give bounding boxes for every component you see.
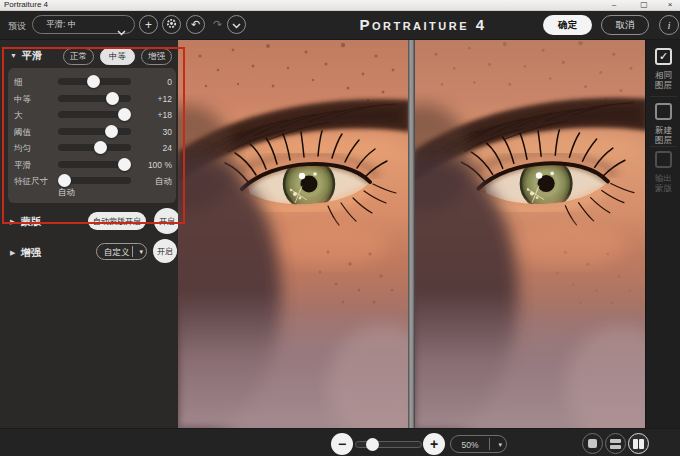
single-view-icon (588, 439, 597, 448)
chevron-down-icon (232, 18, 241, 32)
output-mask-checkbox[interactable] (655, 151, 672, 168)
gear-icon (166, 18, 177, 32)
new-layer-label: 新建 图层 (646, 125, 680, 145)
settings-button[interactable] (162, 15, 181, 34)
slider-thumb[interactable] (106, 92, 119, 105)
slider-row-threshold: 阈值 30 (8, 124, 176, 140)
slider-thumb[interactable] (58, 174, 71, 187)
undo-button[interactable]: ↶ (186, 15, 205, 34)
zoom-in-button[interactable]: + (423, 433, 445, 455)
zoom-slider[interactable] (355, 441, 422, 448)
feature-size-auto-label[interactable]: 自动 (58, 187, 75, 199)
app-logo: Portraiture 4 (359, 16, 486, 33)
dropdown-arrow-icon: ▾ (498, 441, 502, 449)
mode-normal-button[interactable]: 正常 (63, 48, 94, 65)
slider-track[interactable] (58, 161, 131, 168)
vertical-split-icon (633, 439, 644, 449)
slider-value: 0 (134, 74, 172, 90)
smoothing-title: 平滑 (22, 49, 42, 63)
plus-icon: + (145, 18, 152, 32)
eye-photo (415, 40, 645, 428)
add-preset-button[interactable]: + (139, 15, 158, 34)
collapse-caret-icon[interactable]: ▶ (10, 249, 15, 257)
eye-photo (178, 40, 408, 428)
same-layer-checkbox[interactable]: ✓ (655, 48, 672, 65)
slider-label: 中等 (14, 91, 31, 107)
slider-thumb[interactable] (94, 141, 107, 154)
smoothing-sliders-group: 细 0 中等 +12 大 +18 阈值 30 均匀 2 (8, 68, 176, 203)
preset-dropdown[interactable]: 平滑: 中 (32, 15, 135, 34)
pane-before[interactable] (178, 40, 408, 428)
mode-high-button[interactable]: 增强 (141, 48, 172, 65)
undo-icon: ↶ (191, 18, 200, 31)
slider-track[interactable] (58, 177, 131, 184)
dropdown-arrow-icon: ▾ (139, 248, 143, 256)
slider-label: 特征尺寸 (14, 173, 48, 189)
view-single-button[interactable] (582, 433, 603, 454)
info-button[interactable]: i (659, 15, 679, 35)
enhance-toggle-button[interactable]: 开启 (153, 239, 177, 263)
ok-button[interactable]: 确定 (543, 15, 592, 35)
collapse-caret-icon[interactable]: ▼ (10, 52, 17, 59)
mode-medium-button[interactable]: 中等 (100, 48, 135, 65)
slider-row-smoothness: 平滑 100 % (8, 157, 176, 173)
history-dropdown-button[interactable] (227, 15, 246, 34)
enhance-title: 增强 (21, 246, 41, 260)
slider-value: 24 (134, 140, 172, 156)
slider-label: 均匀 (14, 140, 31, 156)
view-split-horizontal-button[interactable] (605, 433, 626, 454)
slider-track[interactable] (58, 128, 131, 135)
slider-thumb[interactable] (105, 125, 118, 138)
chevron-down-icon (117, 22, 126, 40)
slider-value: 100 % (134, 157, 172, 173)
slider-row-fine: 细 0 (8, 74, 176, 90)
window-title: Portraiture 4 (4, 0, 48, 10)
window-titlebar: Portraiture 4 – ▢ × (0, 0, 680, 11)
redo-button[interactable]: ↷ (208, 15, 227, 34)
zoom-out-button[interactable]: − (331, 433, 353, 455)
portraiture-window: Portraiture 4 – ▢ × 预设 平滑: 中 + ↶ ↷ Portr… (0, 0, 680, 456)
slider-track[interactable] (58, 111, 131, 118)
enhance-preset-value: 自定义 (104, 247, 130, 259)
zoom-level-dropdown[interactable]: 50% ▾ (450, 435, 507, 453)
slider-track[interactable] (58, 78, 131, 85)
slider-track[interactable] (58, 95, 131, 102)
same-layer-label: 相同 图层 (646, 70, 680, 90)
slider-row-uniformity: 均匀 24 (8, 140, 176, 156)
slider-label: 细 (14, 74, 23, 90)
horizontal-split-icon (610, 439, 621, 449)
minimize-button[interactable]: – (602, 0, 626, 10)
slider-track[interactable] (58, 144, 131, 151)
zoom-slider-thumb[interactable] (366, 438, 379, 451)
top-toolbar: 预设 平滑: 中 + ↶ ↷ Portraiture 4 确定 取消 i (0, 11, 680, 40)
slider-thumb[interactable] (87, 75, 100, 88)
mask-toggle-button[interactable]: 开启 (154, 208, 180, 234)
maximize-button[interactable]: ▢ (632, 0, 656, 10)
pane-after[interactable] (415, 40, 645, 428)
sidebar-separator (650, 146, 677, 147)
auto-mask-button[interactable]: 自动蒙版开启 (88, 212, 146, 230)
slider-label: 大 (14, 107, 23, 123)
enhance-preset-dropdown[interactable]: 自定义 ▾ (96, 243, 147, 260)
view-split-vertical-button[interactable] (628, 433, 649, 454)
slider-row-feature-size: 特征尺寸 自动 (8, 173, 176, 189)
slider-value: +12 (134, 91, 172, 107)
dropdown-separator (132, 246, 133, 257)
preview-divider[interactable] (408, 40, 415, 428)
slider-thumb[interactable] (118, 108, 131, 121)
slider-row-medium: 中等 +12 (8, 91, 176, 107)
close-button[interactable]: × (658, 0, 680, 10)
slider-row-large: 大 +18 (8, 107, 176, 123)
bottom-bar: − + 50% ▾ (0, 428, 680, 456)
slider-value: 自动 (134, 173, 172, 189)
slider-value: +18 (134, 107, 172, 123)
collapse-caret-icon[interactable]: ▶ (10, 218, 15, 226)
cancel-button[interactable]: 取消 (601, 15, 649, 35)
preset-value: 平滑: 中 (46, 19, 76, 31)
slider-thumb[interactable] (118, 158, 131, 171)
slider-label: 平滑 (14, 157, 31, 173)
redo-icon: ↷ (213, 18, 222, 31)
sidebar-separator (650, 96, 677, 97)
new-layer-checkbox[interactable] (655, 103, 672, 120)
slider-value: 30 (134, 124, 172, 140)
